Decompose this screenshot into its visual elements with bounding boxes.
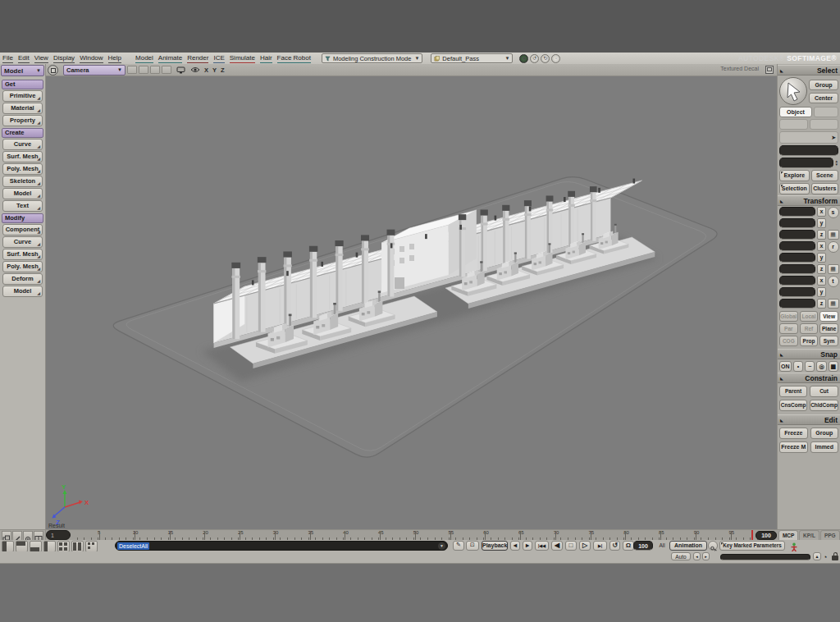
toolbar-button-surf-mesh[interactable]: Surf. Mesh◢ — [2, 151, 43, 162]
playback-menu-button[interactable]: Playback — [482, 541, 508, 551]
menu-item-view[interactable]: View — [34, 54, 48, 63]
axis-letter-x[interactable]: x — [817, 276, 826, 286]
transform-mode-view[interactable]: View — [819, 311, 838, 322]
play-backward-button[interactable]: ◀ — [551, 541, 563, 551]
edit-freeze-m-button[interactable]: Freeze M — [779, 441, 808, 453]
toolbar-button-curve[interactable]: Curve◢ — [2, 236, 43, 248]
windows-cascade-icon[interactable] — [2, 531, 11, 541]
layout-preset-bottom-bar[interactable] — [30, 541, 42, 552]
display-mode-label[interactable]: Textured Decal — [720, 66, 759, 71]
object-filter-button[interactable]: Object — [779, 107, 812, 117]
menu-item-model[interactable]: Model — [135, 54, 153, 63]
play-forward-button[interactable]: ▷ — [579, 541, 591, 551]
axis-letter-x[interactable]: x — [817, 241, 826, 251]
menu-item-window[interactable]: Window — [80, 54, 103, 63]
toolbar-button-primitive[interactable]: Primitive◢ — [2, 90, 43, 102]
layout-preset-top-bar[interactable] — [16, 541, 28, 552]
axis-letter-z[interactable]: z — [817, 264, 826, 274]
update-icon[interactable]: ↻ — [541, 54, 550, 63]
axis-letter-z[interactable]: z — [817, 299, 826, 309]
pass-dropdown[interactable]: Default_Pass ▼ — [431, 53, 513, 63]
constrain-section-header[interactable]: ◣Constrain — [778, 373, 840, 383]
axis-y-button[interactable]: Y — [212, 66, 217, 74]
auto-key-button[interactable]: Auto — [671, 552, 691, 560]
prev-key-icon[interactable]: ◂ — [693, 552, 701, 560]
menu-item-edit[interactable]: Edit — [18, 54, 30, 63]
menu-item-display[interactable]: Display — [53, 54, 75, 63]
parameter-slider[interactable] — [720, 554, 810, 560]
select-section-header[interactable]: ◣Select — [778, 65, 840, 75]
menu-item-animate[interactable]: Animate — [158, 54, 182, 63]
camera-memo-button[interactable] — [139, 66, 148, 74]
command-history-icon[interactable]: ▼ — [438, 542, 445, 550]
toolbar-module-dropdown[interactable]: Model ▼ — [1, 65, 44, 76]
snap-on-button[interactable]: ON — [779, 361, 792, 372]
selection-text-field[interactable] — [779, 158, 833, 168]
selection-button[interactable]: Selection — [779, 183, 810, 194]
scene-button[interactable]: Scene — [811, 170, 838, 181]
toolbar-section-modify[interactable]: Modify — [2, 213, 43, 223]
menu-item-file[interactable]: File — [2, 54, 13, 63]
refresh-icon[interactable]: ↺ — [530, 54, 539, 63]
transform-value-field-z[interactable] — [779, 299, 815, 309]
transform-mode-prop[interactable]: Prop — [800, 336, 819, 346]
toolbar-button-deform[interactable]: Deform◢ — [2, 273, 43, 285]
transform-section-header[interactable]: ◣Transform — [778, 195, 840, 206]
axis-x-button[interactable]: X — [204, 66, 208, 74]
select-tool-button[interactable] — [779, 77, 807, 105]
toolbar-button-property[interactable]: Property◢ — [2, 115, 43, 126]
constrain-cut-button[interactable]: Cut — [810, 386, 838, 397]
layout-preset-left-pane[interactable] — [43, 541, 56, 552]
stop-button[interactable]: □ — [565, 541, 577, 551]
clusters-button[interactable]: Clusters — [811, 183, 838, 194]
transform-value-field-z[interactable] — [779, 230, 815, 240]
center-button[interactable]: Center — [809, 93, 838, 103]
toolbar-section-get[interactable]: Get — [2, 80, 43, 89]
toolbar-button-skeleton[interactable]: Skeleton◢ — [2, 176, 43, 187]
render-region-icon[interactable]: ● — [519, 54, 528, 63]
snap-section-header[interactable]: ◣Snap — [778, 349, 840, 359]
transform-value-field-x[interactable] — [779, 207, 815, 217]
transform-value-field-x[interactable] — [779, 241, 815, 251]
step-back-button[interactable]: ◂ — [510, 541, 520, 551]
axis-letter-x[interactable]: x — [817, 207, 826, 217]
transform-value-field-x[interactable] — [779, 276, 815, 286]
axis-grid-button[interactable]: ▦ — [828, 230, 839, 240]
camera-memo-button[interactable] — [127, 66, 137, 74]
audio-button[interactable]: Ω — [623, 541, 634, 551]
script-editor-icon[interactable]: ✎ — [453, 541, 464, 551]
r-tool-button[interactable]: r — [828, 241, 839, 253]
clock-icon[interactable]: ◔ — [823, 552, 827, 562]
lock-icon[interactable] — [832, 552, 838, 562]
axis-letter-y[interactable]: y — [817, 218, 826, 228]
selection-text-field[interactable] — [779, 145, 838, 156]
character-key-icon[interactable] — [788, 541, 801, 551]
toolbar-button-surf-mesh[interactable]: Surf. Mesh◢ — [2, 249, 43, 260]
key-marked-parameters-button[interactable]: Key Marked Parameters — [719, 541, 785, 551]
go-to-end-button[interactable]: ▶| — [593, 541, 607, 551]
draw-tool-icon[interactable] — [12, 531, 22, 541]
command-box-icon[interactable]: ⊡ — [466, 541, 479, 551]
camera-memo-button[interactable] — [162, 66, 171, 74]
constrain-parent-button[interactable]: Parent — [779, 386, 807, 397]
axis-grid-button[interactable]: ▦ — [828, 299, 839, 309]
axis-z-button[interactable]: Z — [221, 66, 225, 74]
filter-slot[interactable] — [814, 107, 838, 117]
toolbar-button-model[interactable]: Model◢ — [2, 286, 43, 297]
axis-letter-y[interactable]: y — [817, 253, 826, 263]
filter-slot[interactable] — [810, 119, 838, 130]
animation-menu-button[interactable]: Animation — [669, 541, 707, 551]
viewport-canvas[interactable]: Y X Z Result — [46, 76, 777, 529]
end-frame-box[interactable]: 100 — [756, 531, 777, 540]
viewport-letter-icon[interactable] — [48, 65, 58, 75]
grid-snap-icon[interactable]: ◎ — [816, 361, 826, 372]
menu-item-hair[interactable]: Hair — [260, 54, 272, 63]
transform-value-field-y[interactable] — [779, 253, 815, 263]
toolbar-button-poly-mesh[interactable]: Poly. Mesh◢ — [2, 261, 43, 272]
t-tool-button[interactable]: t — [828, 276, 839, 287]
next-key-icon[interactable]: ▸ — [702, 552, 710, 560]
menu-item-simulate[interactable]: Simulate — [230, 54, 255, 63]
options-icon[interactable]: ◦ — [551, 54, 560, 63]
loop-button[interactable]: ↺ — [609, 541, 620, 551]
spinner-arrows-icon[interactable]: ▲▼ — [835, 160, 838, 167]
